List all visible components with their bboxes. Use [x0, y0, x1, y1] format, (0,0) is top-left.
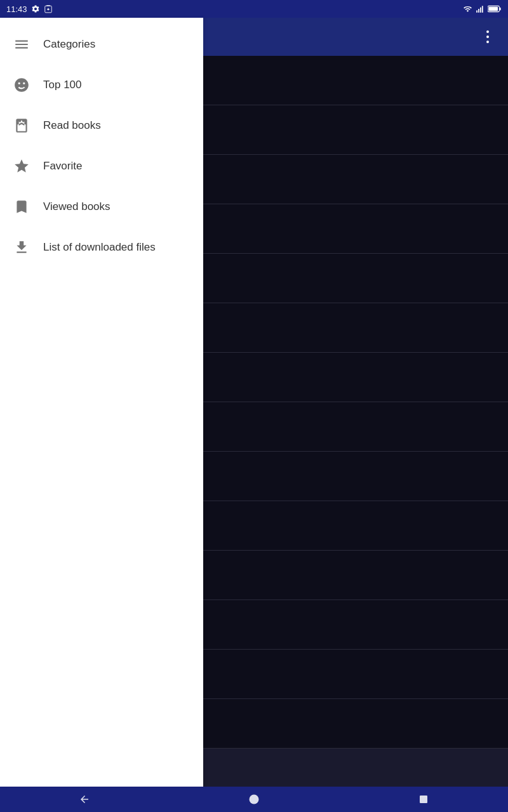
content-area: [203, 18, 508, 787]
overflow-menu-button[interactable]: [476, 25, 499, 48]
svg-rect-8: [488, 7, 498, 11]
list-item[interactable]: [203, 105, 508, 155]
svg-point-10: [486, 36, 489, 38]
svg-rect-5: [482, 6, 483, 12]
main-container: Categories Top 100 Read books Favorite: [0, 18, 508, 787]
list-item[interactable]: [203, 353, 508, 402]
svg-rect-2: [476, 10, 478, 13]
list-item[interactable]: [203, 204, 508, 254]
sidebar-item-read-books[interactable]: Read books: [0, 105, 203, 146]
battery-saver-icon: [44, 4, 53, 13]
list-item[interactable]: [203, 551, 508, 600]
sidebar-item-downloads[interactable]: List of downloaded files: [0, 227, 203, 268]
emoji-icon: [13, 76, 30, 94]
list-item[interactable]: [203, 699, 508, 749]
list-item[interactable]: [203, 254, 508, 303]
favorite-label: Favorite: [43, 160, 82, 173]
wifi-icon: [463, 4, 472, 13]
svg-point-11: [486, 41, 489, 43]
back-button[interactable]: [65, 788, 104, 811]
svg-rect-7: [500, 8, 501, 11]
list-item[interactable]: [203, 600, 508, 650]
download-icon: [13, 239, 30, 256]
viewed-books-label: Viewed books: [43, 200, 110, 213]
svg-point-12: [249, 795, 258, 804]
status-bar-left: 11:43: [6, 4, 53, 14]
list-item[interactable]: [203, 402, 508, 452]
star-icon: [13, 157, 30, 175]
bottom-navigation: [0, 787, 508, 812]
read-books-label: Read books: [43, 119, 101, 132]
svg-rect-13: [420, 796, 427, 803]
signal-icon: [476, 4, 485, 13]
sidebar-item-favorite[interactable]: Favorite: [0, 146, 203, 187]
menu-icon: [13, 36, 30, 53]
sidebar-item-viewed-books[interactable]: Viewed books: [0, 187, 203, 227]
status-time: 11:43: [6, 4, 27, 14]
svg-point-9: [486, 30, 489, 33]
book-bookmark-icon: [13, 117, 30, 134]
svg-rect-4: [480, 8, 481, 13]
sidebar-item-categories[interactable]: Categories: [0, 24, 203, 65]
downloads-label: List of downloaded files: [43, 241, 156, 254]
list-item[interactable]: [203, 501, 508, 551]
sidebar: Categories Top 100 Read books Favorite: [0, 18, 203, 787]
categories-label: Categories: [43, 38, 95, 51]
sidebar-item-top100[interactable]: Top 100: [0, 65, 203, 105]
content-toolbar: [203, 18, 508, 56]
list-item[interactable]: [203, 56, 508, 105]
list-item[interactable]: [203, 303, 508, 353]
recent-apps-button[interactable]: [404, 788, 443, 811]
battery-icon: [488, 4, 502, 13]
status-bar-right: [463, 4, 502, 13]
svg-rect-3: [478, 9, 479, 13]
settings-icon: [31, 4, 40, 13]
list-item[interactable]: [203, 650, 508, 699]
list-item[interactable]: [203, 452, 508, 501]
bookmark-icon: [13, 198, 30, 216]
status-bar: 11:43: [0, 0, 508, 18]
top100-label: Top 100: [43, 79, 82, 91]
list-item[interactable]: [203, 155, 508, 204]
content-list[interactable]: [203, 56, 508, 787]
home-button[interactable]: [235, 788, 273, 811]
